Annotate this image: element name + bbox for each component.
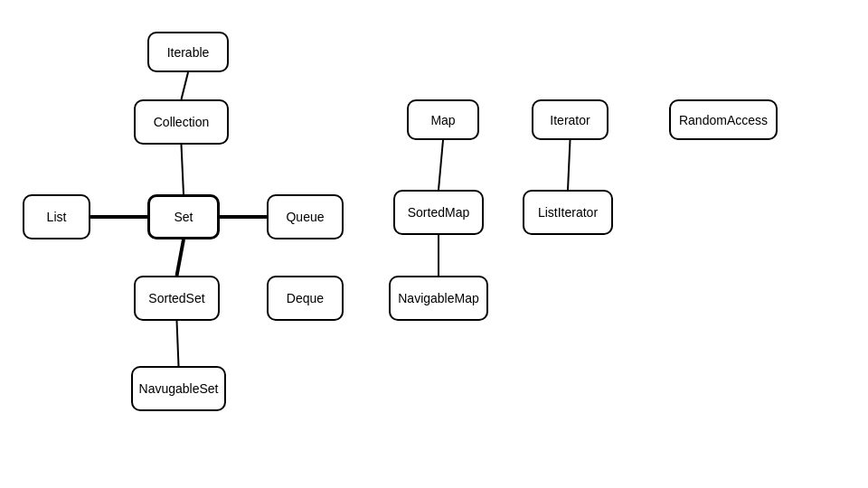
- node-sortedset: SortedSet: [134, 276, 220, 321]
- node-map: Map: [407, 99, 479, 140]
- node-set: Set: [147, 194, 220, 239]
- line-sortedset-navugableset: [177, 321, 179, 366]
- node-iterator: Iterator: [532, 99, 609, 140]
- node-iterable: Iterable: [147, 32, 229, 72]
- node-randomaccess: RandomAccess: [669, 99, 778, 140]
- node-listiterator: ListIterator: [523, 190, 613, 235]
- line-iterator-listiterator: [568, 140, 571, 190]
- node-navigablemap: NavigableMap: [389, 276, 488, 321]
- line-iterable-collection: [182, 72, 189, 99]
- line-collection-set: [182, 145, 184, 194]
- diagram: IterableCollectionSetListQueueSortedSetD…: [0, 0, 868, 488]
- line-map-sortedmap: [439, 140, 443, 190]
- node-queue: Queue: [267, 194, 344, 239]
- node-sortedmap: SortedMap: [393, 190, 484, 235]
- node-collection: Collection: [134, 99, 229, 145]
- line-set-sortedset: [177, 239, 184, 276]
- node-list: List: [23, 194, 90, 239]
- node-navugableset: NavugableSet: [131, 366, 226, 411]
- node-deque: Deque: [267, 276, 344, 321]
